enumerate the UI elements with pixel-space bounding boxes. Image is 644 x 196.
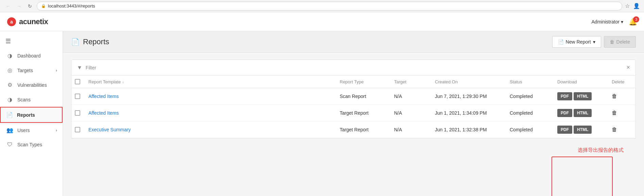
annotation-overlay: 选择导出报告的格式 xyxy=(578,147,624,153)
col-header-type: Report Type xyxy=(336,79,391,84)
sidebar-label-targets: Targets xyxy=(17,68,33,73)
row3-html-button[interactable]: HTML xyxy=(574,126,592,134)
targets-icon: ◎ xyxy=(6,67,13,74)
header-actions: 📄 New Report ▾ 🗑 Delete xyxy=(552,36,636,48)
row1-template[interactable]: Affected Items xyxy=(85,92,336,100)
profile-icon[interactable]: 👤 xyxy=(633,3,640,9)
delete-icon: 🗑 xyxy=(610,39,614,45)
row2-template[interactable]: Affected Items xyxy=(85,109,336,117)
logo: a acunetix xyxy=(7,17,48,27)
new-report-label: New Report xyxy=(566,39,591,45)
back-button[interactable]: ← xyxy=(4,2,12,10)
row2-pdf-button[interactable]: PDF xyxy=(557,109,572,117)
content-body: ▼ Filter × Report Templ xyxy=(63,53,644,145)
col-template-label: Report Template xyxy=(88,79,121,84)
col-header-checkbox xyxy=(71,79,85,84)
col-delete-label: Delete xyxy=(612,79,625,84)
table-row: Executive Summary Target Report N/A Jun … xyxy=(71,121,635,138)
sidebar-item-vulnerabilities[interactable]: ⚙ Vulnerabilities xyxy=(0,78,63,92)
dashboard-icon: ◑ xyxy=(6,52,13,59)
sidebar-label-dashboard: Dashboard xyxy=(17,53,41,59)
row3-download: PDF HTML xyxy=(554,126,608,134)
row1-pdf-button[interactable]: PDF xyxy=(557,92,572,100)
sidebar-label-vulnerabilities: Vulnerabilities xyxy=(17,82,47,88)
row3-checkbox-cell xyxy=(71,126,85,134)
row1-status: Completed xyxy=(506,92,554,100)
row2-html-button[interactable]: HTML xyxy=(574,109,592,117)
row1-download-btns: PDF HTML xyxy=(557,92,592,100)
refresh-button[interactable]: ↻ xyxy=(26,2,34,10)
row3-delete-button[interactable]: 🗑 xyxy=(612,127,617,133)
filter-left: ▼ Filter xyxy=(77,65,96,71)
row2-target: N/A xyxy=(391,109,431,117)
row3-checkbox[interactable] xyxy=(75,127,80,132)
row2-type: Target Report xyxy=(336,109,391,117)
row1-download: PDF HTML xyxy=(554,92,608,100)
row1-type: Scan Report xyxy=(336,92,391,100)
filter-icon: ▼ xyxy=(77,65,82,71)
sidebar-item-users[interactable]: 👥 Users › xyxy=(0,123,63,137)
sidebar-item-scan-types[interactable]: 🛡 Scan Types xyxy=(0,137,63,152)
row1-checkbox[interactable] xyxy=(75,94,80,99)
sidebar-item-targets[interactable]: ◎ Targets › xyxy=(0,63,63,78)
url-bar[interactable]: 🔒 localhost:3443/#/reports xyxy=(37,2,622,11)
forward-button[interactable]: → xyxy=(15,2,23,10)
col-type-label: Report Type xyxy=(340,79,364,84)
sidebar-label-scan-types: Scan Types xyxy=(17,142,42,147)
header-checkbox[interactable] xyxy=(75,79,80,84)
admin-chevron-icon: ▾ xyxy=(621,19,623,24)
col-created-label: Created On xyxy=(435,79,458,84)
notifications-button[interactable]: 🔔 3 xyxy=(629,18,637,26)
col-header-download: Download xyxy=(554,79,608,84)
row3-created: Jun 1, 2021, 1:32:38 PM xyxy=(431,126,506,134)
header-right: Administrator ▾ 🔔 3 xyxy=(592,18,637,26)
notification-badge: 3 xyxy=(633,16,639,22)
reports-icon: 📄 xyxy=(6,112,13,118)
col-header-template: Report Template ↓ xyxy=(85,79,336,84)
row3-target: N/A xyxy=(391,126,431,134)
row2-checkbox[interactable] xyxy=(75,110,80,116)
scan-types-icon: 🛡 xyxy=(6,142,13,148)
sidebar-label-scans: Scans xyxy=(17,97,31,102)
col-download-label: Download xyxy=(557,79,577,84)
hamburger-menu[interactable]: ☰ xyxy=(0,34,63,48)
download-highlight-box xyxy=(552,157,613,196)
svg-text:a: a xyxy=(10,19,13,24)
logo-icon: a xyxy=(7,17,16,27)
row3-download-btns: PDF HTML xyxy=(557,126,592,134)
row3-delete-cell: 🗑 xyxy=(608,126,635,134)
sidebar-item-scans[interactable]: ◑ Scans xyxy=(0,92,63,107)
sidebar-item-dashboard[interactable]: ◑ Dashboard xyxy=(0,48,63,63)
sort-arrow-icon[interactable]: ↓ xyxy=(122,80,124,84)
app: a acunetix Administrator ▾ 🔔 3 ☰ ◑ Dashb… xyxy=(0,12,644,196)
row3-template[interactable]: Executive Summary xyxy=(85,126,336,134)
row1-delete-cell: 🗑 xyxy=(608,92,635,100)
row2-download: PDF HTML xyxy=(554,109,608,117)
filter-close-button[interactable]: × xyxy=(626,64,630,71)
new-report-button[interactable]: 📄 New Report ▾ xyxy=(552,36,601,48)
row2-checkbox-cell xyxy=(71,109,85,117)
sidebar-item-reports[interactable]: 📄 Reports xyxy=(0,107,63,123)
row1-delete-button[interactable]: 🗑 xyxy=(612,93,617,99)
vulnerabilities-icon: ⚙ xyxy=(6,82,13,88)
row2-delete-button[interactable]: 🗑 xyxy=(612,110,617,116)
row3-type: Target Report xyxy=(336,126,391,134)
row1-target: N/A xyxy=(391,92,431,100)
admin-label: Administrator xyxy=(592,19,620,24)
users-chevron-icon: › xyxy=(56,128,57,133)
top-header: a acunetix Administrator ▾ 🔔 3 xyxy=(0,12,644,31)
filter-text: Filter xyxy=(86,65,96,70)
delete-label: Delete xyxy=(616,39,630,45)
col-status-label: Status xyxy=(510,79,522,84)
row1-html-button[interactable]: HTML xyxy=(574,92,592,100)
row3-pdf-button[interactable]: PDF xyxy=(557,126,572,134)
row2-delete-cell: 🗑 xyxy=(608,109,635,117)
logo-text: acunetix xyxy=(19,17,48,26)
star-icon[interactable]: ☆ xyxy=(625,3,630,9)
admin-button[interactable]: Administrator ▾ xyxy=(592,19,623,24)
page-title: 📄 Reports xyxy=(71,37,109,46)
main-body: ☰ ◑ Dashboard ◎ Targets › ⚙ Vulnerabilit… xyxy=(0,31,644,196)
lock-icon: 🔒 xyxy=(41,4,46,8)
table-row: Affected Items Scan Report N/A Jun 7, 20… xyxy=(71,88,635,105)
filter-bar: ▼ Filter × xyxy=(71,60,636,76)
